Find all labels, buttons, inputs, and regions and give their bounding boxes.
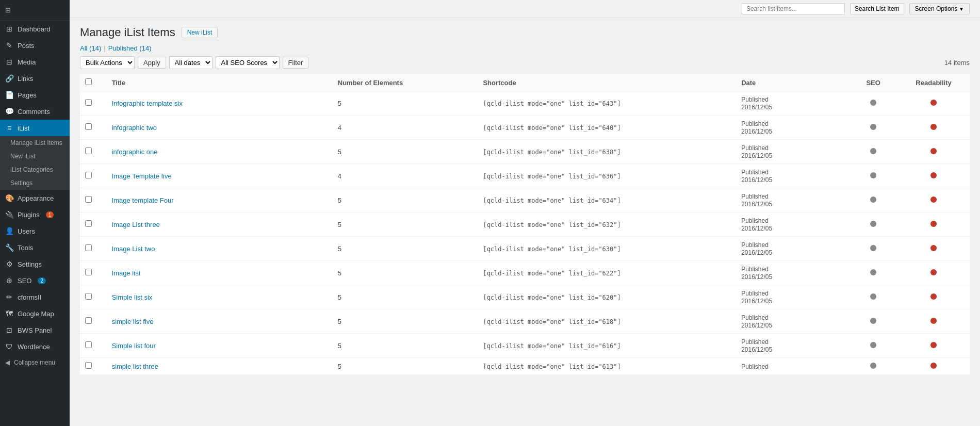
- row-shortcode-text: [qcld-ilist mode="one" list_id="613"]: [483, 363, 620, 370]
- all-seo-scores-select[interactable]: All SEO Scores: [216, 56, 280, 69]
- row-date-status: Published: [741, 363, 769, 370]
- row-title-link[interactable]: Infographic template six: [112, 100, 183, 107]
- row-date-status: Published2016/12/05: [741, 338, 772, 353]
- seo-dot: [870, 293, 876, 300]
- row-readability-cell: [897, 116, 970, 140]
- search-list-item-button[interactable]: Search List Item: [850, 3, 904, 14]
- readability-dot: [930, 172, 937, 178]
- filter-all-link[interactable]: All (14): [80, 44, 101, 52]
- row-title-link[interactable]: simple list five: [112, 318, 154, 325]
- seo-dot: [870, 172, 876, 178]
- screen-options-button[interactable]: Screen Options: [909, 3, 970, 14]
- row-shortcode-cell: [qcld-ilist mode="one" list_id="640"]: [478, 116, 736, 140]
- row-title-link[interactable]: Image list: [112, 269, 141, 277]
- sidebar-item-settings[interactable]: Settings: [0, 176, 70, 190]
- search-input[interactable]: [742, 3, 845, 14]
- row-title-link[interactable]: Image List three: [112, 221, 160, 228]
- sidebar-item-plugins[interactable]: 🔌 Plugins 1: [0, 206, 70, 223]
- header-seo: SEO: [849, 74, 897, 91]
- row-checkbox-cell: [80, 188, 107, 212]
- sidebar-item-label: Plugins: [18, 211, 40, 219]
- sidebar-item-seo[interactable]: ⊕ SEO 2: [0, 272, 70, 289]
- row-title-link[interactable]: Image List two: [112, 245, 155, 253]
- row-date-cell: Published2016/12/05: [736, 212, 849, 237]
- filter-row-top: All (14) | Published (14): [80, 44, 970, 52]
- table-row: Image template Four 5 [qcld-ilist mode="…: [80, 188, 970, 212]
- row-title-link[interactable]: Simple list four: [112, 342, 156, 350]
- row-checkbox[interactable]: [85, 123, 92, 130]
- row-elements-cell: 5: [333, 237, 478, 261]
- row-date-cell: Published2016/12/05: [736, 91, 849, 116]
- row-checkbox[interactable]: [85, 317, 92, 324]
- links-icon: 🔗: [5, 74, 13, 83]
- readability-dot: [930, 318, 937, 324]
- row-checkbox[interactable]: [85, 362, 92, 369]
- row-seo-cell: [849, 309, 897, 334]
- sidebar-item-settings-main[interactable]: ⚙ Settings: [0, 256, 70, 272]
- row-shortcode-text: [qcld-ilist mode="one" list_id="636"]: [483, 173, 620, 180]
- row-title-link[interactable]: simple list three: [112, 363, 158, 370]
- row-elements-cell: 5: [333, 212, 478, 237]
- sidebar-item-new-ilist[interactable]: New iList: [0, 150, 70, 163]
- row-checkbox[interactable]: [85, 172, 92, 178]
- sidebar-item-tools[interactable]: 🔧 Tools: [0, 239, 70, 256]
- appearance-icon: 🎨: [5, 194, 13, 202]
- sidebar: ⊞ ⊞ Dashboard ✎ Posts ⊟ Media 🔗 Links 📄 …: [0, 0, 70, 426]
- row-title-link[interactable]: Simple list six: [112, 293, 153, 301]
- select-all-checkbox[interactable]: [85, 78, 92, 85]
- dashboard-icon: ⊞: [5, 25, 13, 33]
- row-title-cell: infographic one: [107, 140, 333, 164]
- bulk-actions-select[interactable]: Bulk Actions: [80, 56, 135, 69]
- sidebar-item-users[interactable]: 👤 Users: [0, 223, 70, 239]
- row-checkbox[interactable]: [85, 269, 92, 275]
- row-checkbox[interactable]: [85, 341, 92, 348]
- table-row: Image list 5 [qcld-ilist mode="one" list…: [80, 261, 970, 285]
- all-dates-select[interactable]: All dates: [169, 56, 213, 69]
- sidebar-item-ilist[interactable]: ≡ iList: [0, 120, 70, 136]
- row-checkbox[interactable]: [85, 148, 92, 154]
- collapse-menu[interactable]: ◀ Collapse menu: [0, 355, 70, 370]
- pages-icon: 📄: [5, 91, 13, 99]
- apply-button[interactable]: Apply: [138, 57, 166, 69]
- row-checkbox[interactable]: [85, 196, 92, 203]
- sidebar-item-links[interactable]: 🔗 Links: [0, 70, 70, 87]
- sidebar-item-bws-panel[interactable]: ⊡ BWS Panel: [0, 322, 70, 338]
- comments-icon: 💬: [5, 107, 13, 116]
- row-checkbox-cell: [80, 285, 107, 309]
- toolbar: Bulk Actions Apply All dates All SEO Sco…: [80, 56, 970, 69]
- new-ilist-button[interactable]: New iList: [182, 27, 218, 38]
- seo-dot: [870, 124, 876, 130]
- readability-dot: [930, 269, 937, 275]
- row-checkbox[interactable]: [85, 99, 92, 106]
- users-icon: 👤: [5, 227, 13, 235]
- sidebar-item-comments[interactable]: 💬 Comments: [0, 103, 70, 120]
- row-title-link[interactable]: infographic one: [112, 148, 158, 156]
- sidebar-item-cformsii[interactable]: ✏ cformsII: [0, 289, 70, 305]
- row-title-link[interactable]: Image template Four: [112, 196, 174, 204]
- tools-icon: 🔧: [5, 243, 13, 252]
- sidebar-submenu-label: Settings: [10, 179, 32, 187]
- row-checkbox[interactable]: [85, 293, 92, 300]
- sidebar-item-dashboard[interactable]: ⊞ Dashboard: [0, 21, 70, 37]
- sidebar-item-pages[interactable]: 📄 Pages: [0, 87, 70, 103]
- sidebar-item-google-map[interactable]: 🗺 Google Map: [0, 305, 70, 322]
- table-row: Simple list six 5 [qcld-ilist mode="one"…: [80, 285, 970, 309]
- row-checkbox-cell: [80, 212, 107, 237]
- sidebar-item-label: Media: [18, 58, 36, 66]
- row-checkbox[interactable]: [85, 220, 92, 227]
- seo-dot: [870, 196, 876, 203]
- row-checkbox[interactable]: [85, 244, 92, 251]
- row-title-link[interactable]: Image Template five: [112, 172, 172, 180]
- sidebar-submenu-label: New iList: [10, 153, 36, 160]
- sidebar-item-ilist-categories[interactable]: iList Categories: [0, 163, 70, 176]
- sidebar-item-posts[interactable]: ✎ Posts: [0, 37, 70, 54]
- sidebar-item-media[interactable]: ⊟ Media: [0, 54, 70, 70]
- table-row: simple list five 5 [qcld-ilist mode="one…: [80, 309, 970, 334]
- sidebar-item-wordfence[interactable]: 🛡 Wordfence: [0, 338, 70, 355]
- sidebar-item-manage-ilist[interactable]: Manage iList Items: [0, 136, 70, 150]
- sidebar-item-appearance[interactable]: 🎨 Appearance: [0, 190, 70, 206]
- filter-button[interactable]: Filter: [283, 57, 309, 69]
- row-title-link[interactable]: infographic two: [112, 124, 157, 132]
- sidebar-item-label: Links: [18, 75, 33, 83]
- filter-published-link[interactable]: Published (14): [108, 44, 152, 52]
